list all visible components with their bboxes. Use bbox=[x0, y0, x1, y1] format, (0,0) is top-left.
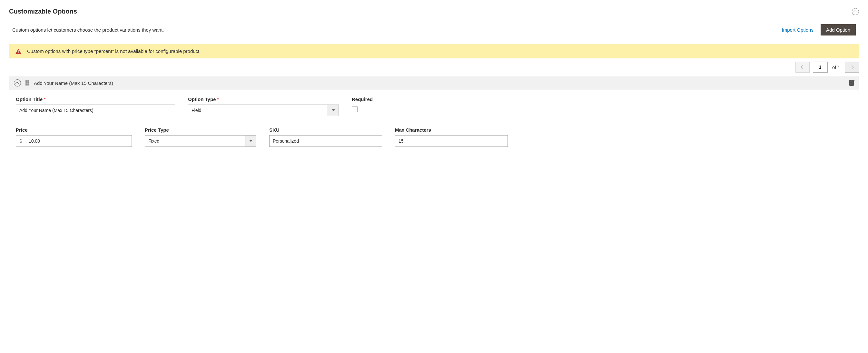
required-label: Required bbox=[352, 96, 373, 102]
max-characters-label: Max Characters bbox=[395, 127, 508, 133]
option-collapse-toggle[interactable] bbox=[14, 79, 21, 86]
warning-message: Custom options with price type "percent"… bbox=[27, 49, 200, 54]
section-title: Customizable Options bbox=[9, 8, 77, 15]
section-collapse-toggle[interactable] bbox=[852, 8, 859, 15]
section-description: Custom options let customers choose the … bbox=[12, 27, 164, 33]
add-option-button[interactable]: Add Option bbox=[820, 24, 856, 35]
import-options-link[interactable]: Import Options bbox=[782, 27, 813, 33]
price-type-label: Price Type bbox=[145, 127, 256, 133]
option-type-value: Field bbox=[191, 108, 201, 113]
pager-current-input[interactable] bbox=[813, 62, 828, 72]
chevron-left-icon bbox=[801, 65, 804, 69]
option-type-select[interactable]: Field bbox=[188, 105, 339, 116]
option-header-title: Add Your Name (Max 15 Characters) bbox=[34, 80, 844, 86]
price-currency-prefix: $ bbox=[16, 135, 26, 147]
price-type-value: Fixed bbox=[148, 139, 159, 144]
chevron-up-icon bbox=[853, 10, 857, 13]
drag-handle-icon[interactable] bbox=[26, 80, 29, 86]
chevron-up-icon bbox=[15, 82, 19, 85]
price-type-select[interactable]: Fixed bbox=[145, 135, 256, 147]
pager-total-label: of 1 bbox=[831, 64, 842, 70]
sku-label: SKU bbox=[269, 127, 382, 133]
option-type-label: Option Type bbox=[188, 96, 216, 102]
warning-icon bbox=[16, 49, 21, 54]
chevron-down-icon bbox=[332, 109, 335, 111]
required-asterisk: * bbox=[217, 97, 219, 102]
price-input[interactable] bbox=[26, 135, 132, 147]
warning-alert: Custom options with price type "percent"… bbox=[9, 44, 859, 58]
chevron-down-icon bbox=[249, 140, 252, 142]
option-title-label: Option Title bbox=[16, 96, 42, 102]
pager-next-button[interactable] bbox=[845, 62, 859, 72]
chevron-right-icon bbox=[850, 65, 854, 69]
sku-input[interactable] bbox=[269, 135, 382, 147]
price-label: Price bbox=[16, 127, 132, 133]
max-characters-input[interactable] bbox=[395, 135, 508, 147]
delete-option-button[interactable] bbox=[849, 80, 854, 86]
option-title-input[interactable] bbox=[16, 105, 175, 116]
required-asterisk: * bbox=[44, 97, 45, 102]
pager-prev-button[interactable] bbox=[796, 62, 810, 72]
required-checkbox[interactable] bbox=[352, 107, 358, 112]
